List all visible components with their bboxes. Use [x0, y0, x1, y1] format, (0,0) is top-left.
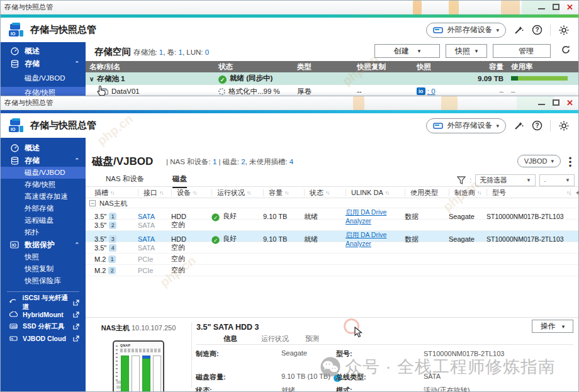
external-storage-device-button[interactable]: 外部存储设备▾ — [426, 118, 506, 133]
settings-gear-icon[interactable] — [558, 25, 570, 36]
col-snapshot[interactable]: 快照 — [413, 61, 469, 72]
tab-disks[interactable]: 磁盘 — [172, 174, 187, 188]
sidebar-item-external-storage[interactable]: 外部存储 — [1, 203, 86, 215]
close-button[interactable]: ✕ — [566, 4, 575, 11]
funnel-icon[interactable] — [457, 176, 466, 184]
external-link-icon — [73, 323, 79, 330]
disk-row-4[interactable]: 3.5"4 SATA 空的 — [86, 242, 578, 254]
add-column-button[interactable]: + — [570, 189, 579, 196]
tab-nas-devices[interactable]: NAS 和设备 — [106, 174, 144, 187]
sidebar-item-snapshot[interactable]: 快照 — [1, 251, 86, 263]
gauge-icon — [9, 144, 20, 152]
external-storage-device-button[interactable]: 外部存储设备▾ — [426, 23, 506, 38]
detail-tab-info[interactable]: 信息 — [223, 334, 237, 344]
sidebar-item-storage-snapshot[interactable]: 存储/快照 — [1, 87, 86, 96]
sidebar-item-overview[interactable]: 概述 — [1, 45, 86, 57]
filter-select[interactable]: 无筛选器▼ — [475, 174, 536, 186]
slot-badge: 2 — [108, 267, 116, 274]
settings-gear-icon[interactable] — [558, 120, 570, 132]
sidebar-item-storage[interactable]: 存储⌃ — [1, 154, 86, 167]
col-status[interactable]: 状态↑↓ — [304, 189, 346, 196]
col-usetype[interactable]: 使用类型 — [405, 189, 449, 196]
pool-row[interactable]: ∨存储池 1 ✓就绪 (同步中) 9.09 TB — [86, 72, 579, 85]
detail-tab-predict[interactable]: 预测 — [305, 334, 319, 344]
sidebar-item-snapshot-vault[interactable]: 快照保险库 — [1, 275, 86, 287]
close-button[interactable]: ✕ — [566, 99, 575, 106]
sidebar-link-vjbod-cloud[interactable]: VJBOD Cloud — [1, 332, 86, 344]
minimize-button[interactable] — [537, 99, 546, 106]
snapshot-button[interactable]: 快照▾ — [446, 44, 487, 58]
wizard-icon[interactable] — [514, 120, 524, 131]
sidebar-item-cache[interactable]: 高速缓存加速 — [1, 191, 86, 203]
disk-row-m2-2[interactable]: M.22 PCIe 空的 — [86, 265, 578, 276]
sidebar-item-storage-snapshot[interactable]: 存储/快照 — [1, 179, 86, 191]
col-manufacturer[interactable]: 制造商↑↓ — [449, 189, 486, 196]
col-name[interactable]: 名称/别名 — [86, 61, 215, 72]
sidebar-item-overview[interactable]: 概述 — [1, 142, 86, 154]
help-icon[interactable]: ? — [532, 120, 542, 131]
col-health[interactable]: 运行状况↑↓ — [211, 189, 263, 196]
sidebar-item-snapshot-replica[interactable]: 快照复制 — [1, 263, 86, 275]
drive-bay-3 — [142, 356, 150, 392]
svg-text:?: ? — [536, 26, 539, 33]
col-model[interactable]: 型号↑↓ — [486, 189, 570, 196]
col-interface[interactable]: 接口↑↓ — [138, 189, 171, 196]
external-device-icon — [433, 26, 443, 34]
slot-badge: 4 — [109, 244, 116, 252]
chevron-down-icon[interactable]: ∨ — [89, 76, 94, 82]
create-button[interactable]: 创建▾ — [374, 44, 440, 58]
sidebar-link-iscsi[interactable]: iSCSI 与光纤通道 — [1, 296, 86, 308]
col-status[interactable]: 状态 — [215, 61, 293, 72]
drive-bay-4 — [153, 356, 161, 392]
app-title: 存储与快照总管 — [30, 24, 96, 36]
vjbod-button[interactable]: VJBOD▾ — [517, 155, 561, 167]
detail-tab-health[interactable]: 运行状况 — [261, 334, 289, 344]
disk-row-2[interactable]: 3.5"2 SATA 空的 — [86, 220, 578, 231]
col-ulink[interactable]: ULINK DA↑↓ — [346, 189, 405, 196]
refresh-icon[interactable] — [561, 45, 571, 55]
sidebar-item-topology[interactable]: 拓扑 — [1, 227, 86, 238]
status-ok-icon: ✓ — [218, 76, 227, 84]
window1-sidebar: 概述 存储⌃ 磁盘/VJBOD 存储/快照 高速缓存加速 — [1, 42, 86, 96]
health-ok-icon: ✓ — [211, 237, 219, 244]
sidebar-link-ssd-tool[interactable]: SSD SSD 分析工具 — [1, 320, 86, 332]
sidebar-item-storage[interactable]: 存储⌃ — [1, 57, 86, 70]
maximize-button[interactable] — [552, 4, 560, 11]
disk-row-m2-1[interactable]: M.21 PCIe 空的 — [86, 254, 578, 265]
actions-button[interactable]: 操作▾ — [532, 320, 573, 333]
col-capacity[interactable]: 容量 — [469, 61, 507, 72]
volume-row[interactable]: DataV01 格式化中...99 % 厚卷 -- io : 0 – – — [86, 85, 579, 96]
disk-row-3-selected[interactable]: 3.5"3 SATA HDD ✓良好 9.10 TB 就绪 启用 DA Driv… — [86, 231, 578, 242]
sidebar-item-disks-vjbod[interactable]: 磁盘/VJBOD — [1, 72, 86, 84]
help-icon[interactable]: ? — [532, 25, 542, 35]
wizard-icon[interactable] — [514, 25, 524, 35]
external-link-icon — [73, 311, 79, 318]
sidebar-item-remote-disk[interactable]: 远程磁盘 — [1, 215, 86, 227]
window1-titlebar[interactable]: 存储与快照总管 ✕ — [1, 1, 578, 14]
disk-row-1[interactable]: 3.5"1 SATA HDD ✓良好 9.10 TB 就绪 启用 DA Driv… — [86, 208, 578, 220]
da-analyzer-link[interactable]: 启用 DA Drive Analyzer — [346, 231, 386, 247]
field-capacity: 磁盘容量: — [196, 373, 226, 381]
sidebar-item-data-protection[interactable]: IO 数据保护⌃ — [1, 238, 86, 251]
gauge-icon — [9, 47, 20, 55]
disk-detail-title: 3.5" SATA HDD 3 — [196, 323, 259, 332]
sidebar-item-disks-vjbod[interactable]: 磁盘/VJBOD — [1, 167, 86, 179]
col-type[interactable]: 类型 — [293, 61, 353, 72]
col-device[interactable]: 设备↑↓ — [171, 189, 211, 196]
col-usage[interactable]: 使用率 — [507, 61, 579, 72]
nas-device-image[interactable]: QNAP — [113, 340, 164, 392]
col-capacity[interactable]: 容量↑↓ — [263, 189, 304, 196]
window2-titlebar[interactable]: 存储与快照总管 ✕ — [1, 96, 578, 110]
da-analyzer-link[interactable]: 启用 DA Drive Analyzer — [346, 208, 386, 225]
maximize-button[interactable] — [552, 99, 560, 106]
col-snap-rep[interactable]: 快照复制 — [353, 61, 413, 72]
group-row-nas-host[interactable]: − NAS主机 — [86, 199, 578, 208]
manage-button[interactable]: 管理 — [493, 44, 551, 58]
minimize-button[interactable] — [537, 4, 546, 11]
more-options-icon[interactable]: ••• — [567, 157, 573, 168]
snapshot-count-link[interactable]: : 0 — [427, 87, 436, 95]
col-slot[interactable]: 插槽↑↓ — [86, 189, 138, 196]
external-device-icon — [433, 122, 443, 130]
filter-select-2[interactable]: -▼ — [539, 174, 575, 186]
collapse-icon[interactable]: − — [89, 200, 96, 206]
